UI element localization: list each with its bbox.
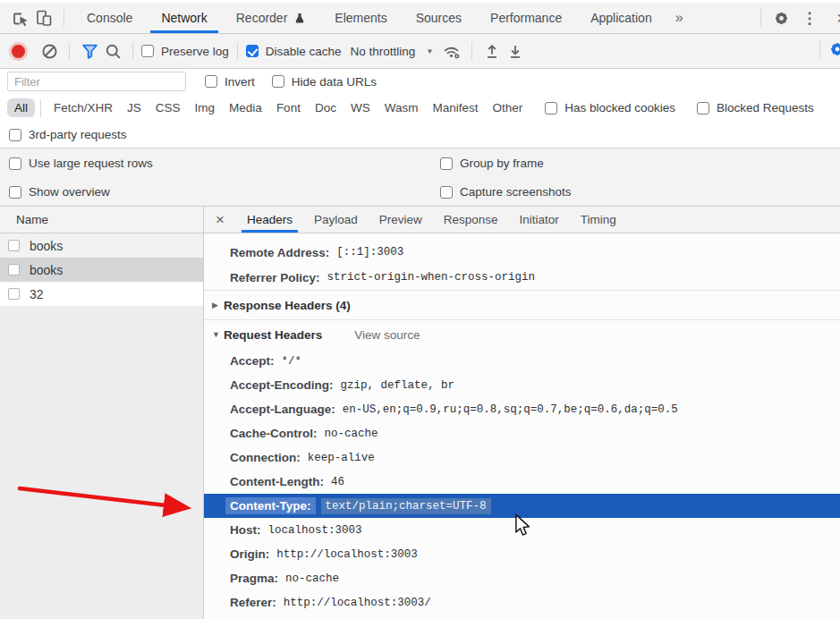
disclosure-collapsed-icon[interactable]: ▶ [212, 301, 224, 310]
network-main-area: Name books books 32 × Headers Payload Pr… [0, 207, 840, 619]
toggle-device-toolbar-icon[interactable] [32, 6, 55, 30]
tab-sources[interactable]: Sources [402, 3, 476, 33]
toolbar-divider [237, 42, 238, 60]
chip-wasm[interactable]: Wasm [378, 98, 426, 117]
chip-all[interactable]: All [7, 98, 35, 117]
chip-manifest[interactable]: Manifest [425, 98, 485, 117]
close-devtools-icon[interactable]: × [835, 8, 840, 29]
import-har-icon[interactable] [480, 39, 504, 63]
toolbar-divider [69, 42, 70, 60]
clear-network-log-icon[interactable] [38, 39, 61, 63]
chip-css[interactable]: CSS [148, 98, 188, 117]
tab-elements[interactable]: Elements [320, 3, 401, 33]
checkbox-unchecked [545, 102, 557, 114]
search-icon[interactable] [101, 39, 124, 63]
header-row-connection[interactable]: Connection: keep-alive [204, 445, 840, 470]
flask-icon [293, 12, 306, 25]
header-row-cache-control[interactable]: Cache-Control: no-cache [204, 421, 840, 445]
devtools-controls: ⋮ × [752, 6, 840, 30]
chip-js[interactable]: JS [120, 98, 148, 117]
invert-checkbox[interactable]: Invert [205, 75, 255, 89]
file-icon [8, 240, 20, 251]
throttling-select[interactable]: No throttling ▼ [351, 45, 434, 58]
close-detail-icon[interactable]: × [204, 211, 236, 229]
checkbox-unchecked [9, 186, 21, 199]
header-row-referer[interactable]: Referer: http://localhost:3003/ [204, 590, 840, 615]
tab-headers[interactable]: Headers [236, 207, 303, 233]
tab-timing[interactable]: Timing [570, 207, 627, 233]
checkbox-unchecked [697, 102, 709, 114]
tab-initiator[interactable]: Initiator [509, 207, 570, 233]
preserve-log-checkbox[interactable]: Preserve log [141, 45, 229, 58]
header-row-accept[interactable]: Accept: */* [204, 349, 840, 373]
tab-payload[interactable]: Payload [303, 207, 369, 233]
toolbar-divider [819, 40, 820, 58]
chip-doc[interactable]: Doc [308, 98, 344, 117]
show-overview-checkbox[interactable]: Show overview [9, 185, 110, 199]
checkbox-unchecked [9, 157, 21, 170]
devtools-window: Console Network Recorder Elements Source… [0, 0, 840, 619]
toolbar-divider [471, 42, 472, 60]
checkbox-unchecked [9, 129, 21, 141]
network-conditions-icon[interactable] [440, 39, 463, 63]
inspect-element-icon[interactable] [9, 6, 32, 30]
tab-application[interactable]: Application [576, 3, 666, 33]
header-row-accept-language[interactable]: Accept-Language: en-US,en;q=0.9,ru;q=0.8… [204, 397, 840, 421]
third-party-requests-checkbox[interactable]: 3rd-party requests [9, 128, 127, 141]
view-source-link[interactable]: View source [354, 328, 420, 342]
chip-ws[interactable]: WS [344, 98, 378, 117]
filter-funnel-icon[interactable] [78, 39, 101, 63]
filter-row: Invert Hide data URLs [0, 69, 840, 94]
toolbar-divider [132, 42, 133, 60]
checkbox-unchecked [205, 75, 217, 88]
tab-preview[interactable]: Preview [369, 207, 433, 233]
request-row-32[interactable]: 32 [0, 282, 203, 306]
network-toolbar: Preserve log Disable cache No throttling… [0, 34, 840, 69]
request-list-empty-area [0, 306, 203, 619]
hide-data-urls-checkbox[interactable]: Hide data URLs [272, 75, 377, 89]
more-tabs-icon[interactable]: » [666, 10, 692, 26]
request-row-books-1[interactable]: books [0, 233, 203, 258]
header-row-content-type-selected[interactable]: Content-Type: text/plain;charset=UTF-8 [204, 494, 840, 518]
disclosure-expanded-icon[interactable]: ▼ [212, 330, 224, 339]
tab-performance[interactable]: Performance [476, 3, 576, 33]
response-headers-section[interactable]: ▶ Response Headers (4) [204, 290, 840, 319]
header-row-accept-encoding[interactable]: Accept-Encoding: gzip, deflate, br [204, 373, 840, 397]
toolbar-divider [40, 99, 41, 117]
request-row-books-2-selected[interactable]: books [0, 258, 203, 282]
header-row-pragma[interactable]: Pragma: no-cache [204, 566, 840, 590]
tab-network[interactable]: Network [147, 3, 221, 33]
devtools-main-toolbar: Console Network Recorder Elements Source… [0, 3, 840, 34]
tab-recorder[interactable]: Recorder [222, 3, 321, 33]
has-blocked-cookies-checkbox[interactable]: Has blocked cookies [545, 101, 675, 114]
resource-type-filters: All Fetch/XHR JS CSS Img Media Font Doc … [0, 94, 840, 122]
use-large-request-rows-checkbox[interactable]: Use large request rows [9, 157, 153, 170]
chip-other[interactable]: Other [485, 98, 530, 117]
headers-content: Remote Address: [::1]:3003 Referrer Poli… [204, 233, 840, 619]
checkbox-unchecked [141, 45, 154, 57]
header-row-host[interactable]: Host: localhost:3003 [204, 518, 840, 542]
chip-media[interactable]: Media [222, 98, 269, 117]
tab-console[interactable]: Console [72, 3, 147, 33]
capture-screenshots-checkbox[interactable]: Capture screenshots [440, 185, 572, 199]
disable-cache-checkbox[interactable]: Disable cache [246, 45, 342, 58]
third-party-row: 3rd-party requests [0, 122, 840, 148]
request-headers-section[interactable]: ▼ Request Headers View source [204, 319, 840, 349]
chip-img[interactable]: Img [188, 98, 223, 117]
filter-input[interactable] [7, 72, 186, 91]
name-column-header[interactable]: Name [0, 207, 203, 233]
export-har-icon[interactable] [504, 39, 527, 63]
header-row-content-length[interactable]: Content-Length: 46 [204, 470, 840, 494]
group-by-frame-checkbox[interactable]: Group by frame [440, 157, 544, 170]
extension-panel-icon-partial[interactable] [819, 40, 840, 58]
record-network-log-button[interactable] [12, 45, 25, 58]
chip-fetch-xhr[interactable]: Fetch/XHR [47, 98, 120, 117]
checkbox-checked [246, 45, 259, 57]
header-row-origin[interactable]: Origin: http://localhost:3003 [204, 542, 840, 566]
chip-font[interactable]: Font [269, 98, 308, 117]
blocked-requests-checkbox[interactable]: Blocked Requests [697, 101, 814, 114]
checkbox-unchecked [440, 186, 453, 199]
tab-response[interactable]: Response [433, 207, 509, 233]
settings-gear-icon[interactable] [769, 6, 793, 30]
kebab-menu-icon[interactable]: ⋮ [793, 9, 826, 28]
